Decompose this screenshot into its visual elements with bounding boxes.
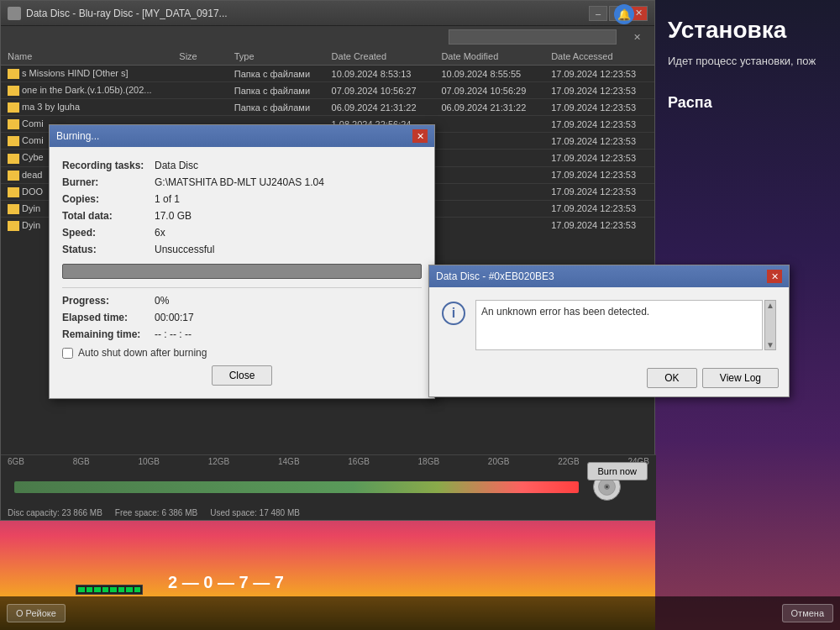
folder-icon	[8, 171, 19, 181]
taskbar-left-button[interactable]: О Рейоке	[7, 604, 66, 622]
burn-now-button[interactable]: Burn now	[587, 462, 648, 480]
size-label: 18GB	[418, 457, 440, 466]
size-label: 6GB	[8, 457, 24, 466]
recording-tasks-value: Data Disc	[155, 160, 198, 171]
col-header-size[interactable]: Size	[172, 48, 227, 66]
error-message: An unknown error has been detected.	[475, 300, 763, 350]
install-subtitle: Идет процесс установки, пож	[668, 54, 827, 69]
bottom-bar: 6GB8GB10GB12GB14GB16GB18GB20GB22GB24GB B…	[1, 454, 656, 520]
folder-icon	[8, 69, 19, 79]
burner-label: Burner:	[62, 176, 155, 188]
status-label: Status:	[62, 244, 155, 255]
table-row[interactable]: one in the Dark.(v.1.05b).(202... Папка …	[1, 82, 654, 99]
taskbar-right-button[interactable]: Отмена	[782, 604, 833, 622]
minimize-button[interactable]: –	[589, 6, 607, 21]
copies-label: Copies:	[62, 193, 155, 205]
burning-dialog-close[interactable]: ✕	[412, 129, 428, 143]
folder-icon	[8, 102, 19, 113]
remaining-label: Remaining time:	[62, 328, 155, 340]
folder-icon	[8, 119, 19, 129]
cell-modified	[434, 183, 544, 200]
remaining-value: -- : -- : --	[155, 328, 192, 340]
total-data-value: 17.0 GB	[155, 210, 192, 222]
cell-modified	[434, 133, 544, 150]
table-row[interactable]: s Missions HIND [Other s] Папка с файлам…	[1, 66, 654, 82]
cell-accessed: 17.09.2024 12:23:53	[544, 82, 654, 99]
speed-value: 6x	[155, 227, 165, 239]
green-bar-6	[118, 587, 125, 592]
error-dialog-close[interactable]: ✕	[767, 270, 782, 283]
info-icon: i	[442, 302, 465, 325]
cell-name: ma 3 by lguha	[1, 99, 172, 116]
cell-size	[172, 66, 227, 82]
score-display: 2 — 0 — 7 — 7	[168, 573, 284, 592]
bottom-taskbar: О Рейоке Отмена	[0, 596, 840, 630]
cell-modified	[434, 150, 544, 166]
burner-row: Burner: G:\MATSHITA BD-MLT UJ240AS 1.04	[62, 176, 422, 188]
burning-dialog-titlebar: Burning... ✕	[50, 125, 434, 147]
cell-accessed: 17.09.2024 12:23:53	[544, 200, 654, 217]
size-label: 8GB	[73, 457, 90, 466]
recording-tasks-label: Recording tasks:	[62, 160, 155, 171]
cell-modified	[434, 166, 544, 183]
cell-accessed: 17.09.2024 12:23:53	[544, 166, 654, 183]
green-bar-5	[110, 587, 117, 592]
error-ok-button[interactable]: OK	[647, 368, 697, 388]
elapsed-row: Elapsed time: 00:00:17	[62, 312, 422, 323]
copies-row: Copies: 1 of 1	[62, 193, 422, 205]
cell-modified	[434, 116, 544, 133]
scroll-up-arrow[interactable]: ▲	[766, 301, 774, 310]
elapsed-value: 00:00:17	[155, 312, 194, 323]
cell-accessed: 17.09.2024 12:23:53	[544, 66, 654, 82]
notification-bell[interactable]: 🔔	[614, 4, 634, 24]
recording-tasks-row: Recording tasks: Data Disc	[62, 160, 422, 171]
size-label: 10GB	[138, 457, 160, 466]
status-row: Status: Unsuccessful	[62, 244, 422, 255]
green-bar-1	[78, 587, 85, 592]
col-header-name[interactable]: Name	[1, 48, 172, 66]
cell-modified: 07.09.2024 10:56:29	[434, 82, 544, 99]
copies-value: 1 of 1	[155, 193, 180, 205]
search-input[interactable]	[449, 29, 617, 45]
size-label: 12GB	[208, 457, 230, 466]
error-scrollbar[interactable]: ▲ ▼	[764, 300, 776, 350]
error-dialog-title: Data Disc - #0xEB020BE3	[436, 270, 554, 282]
capacity-bar	[14, 481, 579, 493]
auto-shutdown-label: Auto shut down after burning	[78, 347, 207, 359]
install-title: Установка	[668, 17, 827, 44]
size-label: 22GB	[558, 457, 580, 466]
auto-shutdown-row: Auto shut down after burning	[62, 347, 422, 359]
cell-type: Папка с файлами	[228, 82, 325, 99]
cell-accessed: 17.09.2024 12:23:53	[544, 150, 654, 166]
green-bar-4	[102, 587, 109, 592]
error-content: i An unknown error has been detected. ▲ …	[429, 287, 789, 363]
cell-accessed: 17.09.2024 12:23:53	[544, 217, 654, 233]
error-dialog-titlebar: Data Disc - #0xEB020BE3 ✕	[429, 265, 789, 287]
auto-shutdown-checkbox[interactable]	[62, 348, 73, 359]
cell-created: 06.09.2024 21:31:22	[325, 99, 435, 116]
cell-modified: 10.09.2024 8:55:55	[434, 66, 544, 82]
progress-value: 0%	[155, 295, 169, 307]
folder-icon	[8, 136, 19, 146]
green-progress-bar	[76, 585, 143, 595]
window-title: Data Disc - Blu-ray Disc - [MY_DATA_0917…	[26, 8, 228, 19]
table-row[interactable]: ma 3 by lguha Папка с файлами 06.09.2024…	[1, 99, 654, 116]
status-value: Unsuccessful	[155, 244, 214, 255]
error-viewlog-button[interactable]: View Log	[702, 368, 779, 388]
burning-close-button[interactable]: Close	[212, 365, 273, 386]
col-header-type[interactable]: Type	[228, 48, 325, 66]
search-clear-icon[interactable]: ✕	[633, 32, 641, 43]
cell-modified: 06.09.2024 21:31:22	[434, 99, 544, 116]
cell-modified	[434, 200, 544, 217]
svg-point-3	[606, 486, 608, 488]
col-header-accessed[interactable]: Date Accessed	[544, 48, 654, 66]
scroll-down-arrow[interactable]: ▼	[766, 340, 774, 349]
error-dialog: Data Disc - #0xEB020BE3 ✕ i An unknown e…	[428, 265, 790, 397]
green-bar-8	[134, 587, 141, 592]
main-titlebar: Data Disc - Blu-ray Disc - [MY_DATA_0917…	[1, 1, 654, 26]
cell-type: Папка с файлами	[228, 99, 325, 116]
col-header-created[interactable]: Date Created	[325, 48, 435, 66]
col-header-modified[interactable]: Date Modified	[434, 48, 544, 66]
cell-name: one in the Dark.(v.1.05b).(202...	[1, 82, 172, 99]
remaining-row: Remaining time: -- : -- : --	[62, 328, 422, 340]
